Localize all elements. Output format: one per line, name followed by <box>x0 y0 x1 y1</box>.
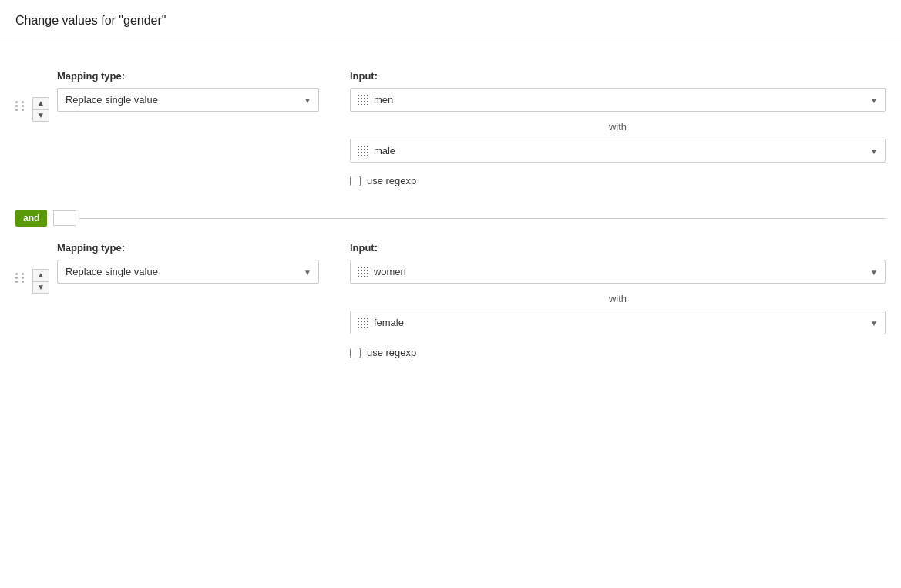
separator-row: and <box>15 210 886 227</box>
grid-icon-with-1 <box>357 145 368 156</box>
mapping-block-1: ▲ ▼ Mapping type: Replace single value R… <box>15 55 886 210</box>
regexp-row-1: use regexp <box>350 175 886 186</box>
separator-line <box>79 218 886 219</box>
input-select-wrapper-1: men women male female <box>350 88 886 112</box>
mapping-fields-1: Mapping type: Replace single value Repla… <box>57 70 886 186</box>
reorder-buttons-2: ▲ ▼ <box>32 269 49 294</box>
reorder-buttons-1: ▲ ▼ <box>32 97 49 122</box>
grid-icon-with-2 <box>357 317 368 328</box>
input-select-outer-1: men women male female ▼ <box>350 88 886 112</box>
mapping-type-select-wrapper-1: Replace single value Replace multiple va… <box>57 88 319 112</box>
with-label-1: with <box>350 112 886 139</box>
reorder-up-button-2[interactable]: ▲ <box>32 269 49 281</box>
input-select-wrapper-2: men women male female <box>350 260 886 284</box>
mapping-type-label-1: Mapping type: <box>57 70 319 82</box>
input-select-2[interactable]: men women male female <box>372 260 879 283</box>
drag-dots-2 <box>15 273 26 283</box>
mapping-right-2: Input: men women male female ▼ with <box>350 242 886 358</box>
mapping-left-2: Mapping type: Replace single value Repla… <box>57 242 319 284</box>
with-select-outer-1: male female men women ▼ <box>350 139 886 163</box>
input-select-1[interactable]: men women male female <box>372 89 879 111</box>
input-select-outer-2: men women male female ▼ <box>350 260 886 284</box>
drag-handle-2[interactable] <box>15 273 26 283</box>
page-title: Change values for "gender" <box>15 14 886 28</box>
reorder-up-button-1[interactable]: ▲ <box>32 97 49 109</box>
with-select-outer-2: male female men women ▼ <box>350 311 886 334</box>
use-regexp-checkbox-2[interactable] <box>350 348 361 358</box>
use-regexp-label-1: use regexp <box>367 175 416 186</box>
mapping-type-label-2: Mapping type: <box>57 242 319 254</box>
regexp-row-2: use regexp <box>350 347 886 358</box>
with-label-2: with <box>350 284 886 311</box>
page-header: Change values for "gender" <box>0 0 901 39</box>
with-select-wrapper-1: male female men women <box>350 139 886 163</box>
use-regexp-label-2: use regexp <box>367 347 416 358</box>
reorder-down-button-1[interactable]: ▼ <box>32 109 49 122</box>
input-label-2: Input: <box>350 242 886 254</box>
input-label-1: Input: <box>350 70 886 82</box>
mapping-type-select-1[interactable]: Replace single value Replace multiple va… <box>57 88 319 112</box>
drag-dots-1 <box>15 101 26 111</box>
with-select-2[interactable]: male female men women <box>372 311 879 334</box>
with-select-1[interactable]: male female men women <box>372 139 879 162</box>
use-regexp-checkbox-1[interactable] <box>350 176 361 186</box>
grid-icon-input-2 <box>357 266 368 277</box>
grid-icon-input-1 <box>357 94 368 105</box>
mapping-left-1: Mapping type: Replace single value Repla… <box>57 70 319 112</box>
page-content: ▲ ▼ Mapping type: Replace single value R… <box>0 39 901 397</box>
reorder-down-button-2[interactable]: ▼ <box>32 281 49 294</box>
mapping-type-select-2[interactable]: Replace single value Replace multiple va… <box>57 260 319 284</box>
and-badge: and <box>15 210 47 227</box>
with-select-wrapper-2: male female men women <box>350 311 886 334</box>
mapping-type-select-wrapper-2: Replace single value Replace multiple va… <box>57 260 319 284</box>
mapping-fields-2: Mapping type: Replace single value Repla… <box>57 242 886 358</box>
mapping-block-2: ▲ ▼ Mapping type: Replace single value R… <box>15 227 886 381</box>
mapping-right-1: Input: men women male female ▼ with <box>350 70 886 186</box>
drag-handle-1[interactable] <box>15 101 26 111</box>
separator-box <box>53 210 76 226</box>
